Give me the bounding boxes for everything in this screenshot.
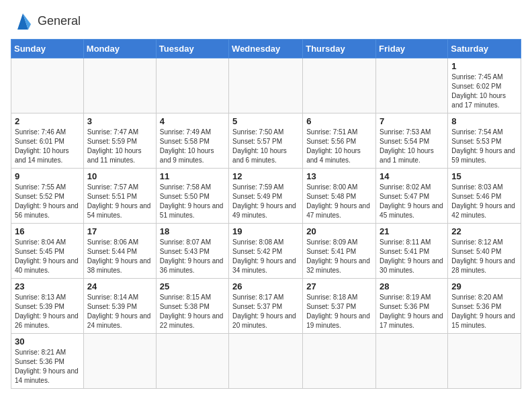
calendar-cell: 24Sunrise: 8:14 AM Sunset: 5:39 PM Dayli… (83, 279, 156, 334)
day-info: Sunrise: 8:12 AM Sunset: 5:40 PM Dayligh… (451, 238, 517, 275)
calendar-cell: 1Sunrise: 7:45 AM Sunset: 6:02 PM Daylig… (448, 58, 521, 113)
day-info: Sunrise: 8:04 AM Sunset: 5:45 PM Dayligh… (15, 238, 80, 275)
day-info: Sunrise: 8:07 AM Sunset: 5:43 PM Dayligh… (160, 238, 225, 275)
day-number: 1 (451, 61, 517, 71)
calendar-cell: 5Sunrise: 7:50 AM Sunset: 5:57 PM Daylig… (229, 113, 303, 169)
day-info: Sunrise: 8:17 AM Sunset: 5:37 PM Dayligh… (232, 293, 299, 330)
day-info: Sunrise: 8:02 AM Sunset: 5:47 PM Dayligh… (380, 183, 444, 220)
calendar-cell: 13Sunrise: 8:00 AM Sunset: 5:48 PM Dayli… (303, 169, 376, 224)
week-row-3: 16Sunrise: 8:04 AM Sunset: 5:45 PM Dayli… (11, 224, 521, 279)
calendar-cell: 28Sunrise: 8:19 AM Sunset: 5:36 PM Dayli… (376, 279, 448, 334)
calendar: SundayMondayTuesdayWednesdayThursdayFrid… (11, 39, 521, 389)
calendar-cell (156, 58, 228, 113)
day-number: 15 (451, 171, 517, 181)
calendar-cell (376, 334, 448, 389)
weekday-header-row: SundayMondayTuesdayWednesdayThursdayFrid… (11, 40, 521, 58)
day-number: 23 (15, 281, 80, 291)
week-row-4: 23Sunrise: 8:13 AM Sunset: 5:39 PM Dayli… (11, 279, 521, 334)
weekday-header-saturday: Saturday (448, 40, 521, 58)
day-info: Sunrise: 7:51 AM Sunset: 5:56 PM Dayligh… (306, 128, 372, 165)
calendar-cell: 17Sunrise: 8:06 AM Sunset: 5:44 PM Dayli… (83, 224, 156, 279)
calendar-cell: 11Sunrise: 7:58 AM Sunset: 5:50 PM Dayli… (156, 169, 228, 224)
day-number: 30 (15, 336, 80, 347)
calendar-cell: 2Sunrise: 7:46 AM Sunset: 6:01 PM Daylig… (11, 113, 84, 169)
weekday-header-sunday: Sunday (11, 40, 84, 58)
day-number: 7 (380, 116, 444, 126)
day-number: 16 (15, 226, 80, 236)
day-number: 28 (380, 281, 444, 291)
day-number: 10 (87, 171, 152, 181)
logo-icon (11, 11, 35, 31)
day-info: Sunrise: 7:58 AM Sunset: 5:50 PM Dayligh… (160, 183, 225, 220)
day-number: 9 (15, 171, 80, 181)
calendar-cell: 19Sunrise: 8:08 AM Sunset: 5:42 PM Dayli… (229, 224, 303, 279)
calendar-cell: 30Sunrise: 8:21 AM Sunset: 5:36 PM Dayli… (11, 334, 84, 389)
day-info: Sunrise: 7:59 AM Sunset: 5:49 PM Dayligh… (232, 183, 299, 220)
day-info: Sunrise: 7:45 AM Sunset: 6:02 PM Dayligh… (451, 73, 517, 110)
day-number: 2 (15, 116, 80, 126)
day-number: 17 (87, 226, 152, 236)
weekday-header-monday: Monday (83, 40, 156, 58)
day-info: Sunrise: 8:15 AM Sunset: 5:38 PM Dayligh… (160, 293, 225, 330)
day-number: 25 (160, 281, 225, 291)
day-number: 4 (160, 116, 225, 126)
calendar-cell (448, 334, 521, 389)
calendar-cell: 4Sunrise: 7:49 AM Sunset: 5:58 PM Daylig… (156, 113, 228, 169)
week-row-1: 2Sunrise: 7:46 AM Sunset: 6:01 PM Daylig… (11, 113, 521, 169)
day-info: Sunrise: 8:11 AM Sunset: 5:41 PM Dayligh… (380, 238, 444, 275)
calendar-cell: 9Sunrise: 7:55 AM Sunset: 5:52 PM Daylig… (11, 169, 84, 224)
day-number: 20 (306, 226, 372, 236)
calendar-cell (376, 58, 448, 113)
calendar-cell (83, 58, 156, 113)
day-info: Sunrise: 7:46 AM Sunset: 6:01 PM Dayligh… (15, 128, 80, 165)
day-number: 8 (451, 116, 517, 126)
day-info: Sunrise: 8:19 AM Sunset: 5:36 PM Dayligh… (380, 293, 444, 330)
week-row-2: 9Sunrise: 7:55 AM Sunset: 5:52 PM Daylig… (11, 169, 521, 224)
calendar-cell: 23Sunrise: 8:13 AM Sunset: 5:39 PM Dayli… (11, 279, 84, 334)
day-info: Sunrise: 7:53 AM Sunset: 5:54 PM Dayligh… (380, 128, 444, 165)
day-info: Sunrise: 7:55 AM Sunset: 5:52 PM Dayligh… (15, 183, 80, 220)
day-info: Sunrise: 8:08 AM Sunset: 5:42 PM Dayligh… (232, 238, 299, 275)
day-info: Sunrise: 8:00 AM Sunset: 5:48 PM Dayligh… (306, 183, 372, 220)
day-number: 3 (87, 116, 152, 126)
day-number: 29 (451, 281, 517, 291)
day-info: Sunrise: 8:21 AM Sunset: 5:36 PM Dayligh… (15, 348, 80, 385)
weekday-header-tuesday: Tuesday (156, 40, 228, 58)
calendar-cell (303, 58, 376, 113)
header: General (11, 11, 521, 31)
day-info: Sunrise: 7:50 AM Sunset: 5:57 PM Dayligh… (232, 128, 299, 165)
day-info: Sunrise: 8:20 AM Sunset: 5:36 PM Dayligh… (451, 293, 517, 330)
weekday-header-friday: Friday (376, 40, 448, 58)
day-info: Sunrise: 8:06 AM Sunset: 5:44 PM Dayligh… (87, 238, 152, 275)
weekday-header-wednesday: Wednesday (229, 40, 303, 58)
calendar-cell (11, 58, 84, 113)
calendar-cell: 6Sunrise: 7:51 AM Sunset: 5:56 PM Daylig… (303, 113, 376, 169)
day-info: Sunrise: 8:14 AM Sunset: 5:39 PM Dayligh… (87, 293, 152, 330)
day-info: Sunrise: 7:54 AM Sunset: 5:53 PM Dayligh… (451, 128, 517, 165)
calendar-cell: 10Sunrise: 7:57 AM Sunset: 5:51 PM Dayli… (83, 169, 156, 224)
day-number: 13 (306, 171, 372, 181)
logo-text: General (38, 14, 81, 28)
calendar-cell: 16Sunrise: 8:04 AM Sunset: 5:45 PM Dayli… (11, 224, 84, 279)
day-info: Sunrise: 8:13 AM Sunset: 5:39 PM Dayligh… (15, 293, 80, 330)
calendar-cell: 18Sunrise: 8:07 AM Sunset: 5:43 PM Dayli… (156, 224, 228, 279)
calendar-cell (229, 334, 303, 389)
calendar-cell: 26Sunrise: 8:17 AM Sunset: 5:37 PM Dayli… (229, 279, 303, 334)
calendar-cell (303, 334, 376, 389)
day-number: 22 (451, 226, 517, 236)
day-info: Sunrise: 7:49 AM Sunset: 5:58 PM Dayligh… (160, 128, 225, 165)
calendar-cell: 3Sunrise: 7:47 AM Sunset: 5:59 PM Daylig… (83, 113, 156, 169)
day-number: 12 (232, 171, 299, 181)
day-number: 19 (232, 226, 299, 236)
day-number: 14 (380, 171, 444, 181)
day-number: 26 (232, 281, 299, 291)
calendar-cell: 8Sunrise: 7:54 AM Sunset: 5:53 PM Daylig… (448, 113, 521, 169)
calendar-cell: 20Sunrise: 8:09 AM Sunset: 5:41 PM Dayli… (303, 224, 376, 279)
calendar-cell: 29Sunrise: 8:20 AM Sunset: 5:36 PM Dayli… (448, 279, 521, 334)
day-number: 21 (380, 226, 444, 236)
day-number: 24 (87, 281, 152, 291)
week-row-0: 1Sunrise: 7:45 AM Sunset: 6:02 PM Daylig… (11, 58, 521, 113)
calendar-cell: 7Sunrise: 7:53 AM Sunset: 5:54 PM Daylig… (376, 113, 448, 169)
day-number: 11 (160, 171, 225, 181)
week-row-5: 30Sunrise: 8:21 AM Sunset: 5:36 PM Dayli… (11, 334, 521, 389)
